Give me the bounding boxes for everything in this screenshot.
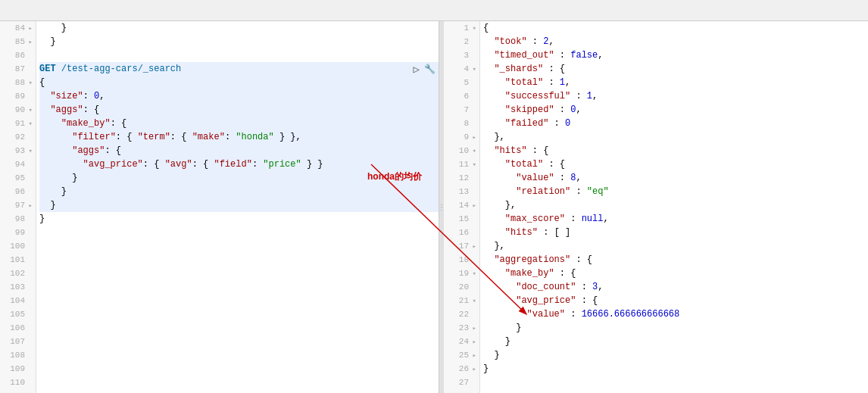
right-line-number-6: 6 [444,89,479,103]
left-line-numbers: 84▸85▸868788▾8990▾91▾9293▾94959697▸98991… [0,21,36,393]
right-line-number-9: 9▸ [444,130,479,144]
right-line-number-23: 23▸ [444,321,479,335]
right-code-line-5: "total" : 1, [483,76,868,89]
left-code-line-105 [39,307,439,321]
right-code-line-2: "took" : 2, [483,35,868,48]
right-code-line-20: "doc_count" : 3, [483,280,868,294]
left-code-line-100 [39,239,439,253]
right-line-number-16: 16 [444,226,479,239]
right-line-number-8: 8 [444,117,479,130]
left-line-number-95: 95 [0,171,36,185]
right-code-line-21: "avg_price" : { [483,294,868,307]
right-line-number-5: 5 [444,76,479,89]
left-line-number-110: 110 [0,376,36,389]
right-line-number-27: 27 [444,376,479,389]
right-code-area[interactable]: 1▾234▾56789▸10▾11▾121314▸151617▸1819▾202… [444,21,868,393]
left-line-number-88: 88▾ [0,76,36,89]
left-code-line-95: } [39,171,439,185]
wrench-button[interactable]: 🔧 [424,64,436,75]
right-code-line-9: }, [483,130,868,144]
right-line-number-14: 14▸ [444,198,479,212]
right-code-line-14: }, [483,198,868,212]
left-code-line-103 [39,280,439,294]
right-line-number-4: 4▾ [444,62,479,76]
left-line-number-94: 94 [0,158,36,171]
right-line-number-15: 15 [444,212,479,226]
right-code-line-23: } [483,321,868,335]
left-line-number-86: 86 [0,48,36,62]
left-code-line-90: "aggs": { [39,103,439,117]
left-line-number-90: 90▾ [0,103,36,117]
right-code-line-18: "aggregations" : { [483,253,868,267]
left-code-line-99 [39,226,439,239]
get-request-line: GET /test-agg-cars/_search ▷ 🔧 [39,62,439,76]
left-line-number-104: 104 [0,294,36,307]
left-line-number-109: 109 [0,362,36,376]
left-code-line-94: "avg_price": { "avg": { "field": "price"… [39,158,439,171]
run-button[interactable]: ▷ [414,63,420,76]
left-code-area[interactable]: 84▸85▸868788▾8990▾91▾9293▾94959697▸98991… [0,21,439,393]
right-code-line-10: "hits" : { [483,144,868,158]
left-line-number-106: 106 [0,321,36,335]
left-code-line-104 [39,294,439,307]
left-code-line-88: { [39,76,439,89]
right-code-line-4: "_shards" : { [483,62,868,76]
left-code-lines: } }GET /test-agg-cars/_search ▷ 🔧 { "siz… [36,21,439,393]
left-code-line-101 [39,253,439,267]
right-line-number-20: 20 [444,280,479,294]
right-code-line-24: } [483,335,868,348]
right-code-line-25: } [483,348,868,362]
right-line-number-2: 2 [444,35,479,48]
menu-settings[interactable] [18,8,33,14]
left-code-line-97: } [39,198,439,212]
left-code-line-86 [39,48,439,62]
right-code-line-22: "value" : 16666.666666666668 [483,307,868,321]
left-line-number-99: 99 [0,226,36,239]
menubar [0,0,868,21]
right-line-number-24: 24▸ [444,335,479,348]
right-code-line-11: "total" : { [483,158,868,171]
left-line-number-91: 91▾ [0,117,36,130]
right-line-number-12: 12 [444,171,479,185]
left-line-number-103: 103 [0,280,36,294]
left-line-number-93: 93▾ [0,144,36,158]
left-line-number-87: 87 [0,62,36,76]
right-line-number-21: 21▾ [444,294,479,307]
left-line-number-84: 84▸ [0,21,36,35]
right-code-line-3: "timed_out" : false, [483,48,868,62]
right-code-line-7: "skipped" : 0, [483,103,868,117]
left-line-number-101: 101 [0,253,36,267]
left-panel: 84▸85▸868788▾8990▾91▾9293▾94959697▸98991… [0,21,439,393]
app-container: 84▸85▸868788▾8990▾91▾9293▾94959697▸98991… [0,0,868,393]
left-code-line-96: } [39,185,439,198]
left-code-line-91: "make_by": { [39,117,439,130]
right-line-numbers: 1▾234▾56789▸10▾11▾121314▸151617▸1819▾202… [444,21,480,393]
right-code-line-13: "relation" : "eq" [483,185,868,198]
left-line-number-102: 102 [0,267,36,280]
left-code-line-85: } [39,35,439,48]
right-code-line-15: "max_score" : null, [483,212,868,226]
left-line-number-107: 107 [0,335,36,348]
right-code-line-8: "failed" : 0 [483,117,868,130]
right-line-number-10: 10▾ [444,144,479,158]
left-code-line-89: "size": 0, [39,89,439,103]
right-line-number-13: 13 [444,185,479,198]
right-line-number-7: 7 [444,103,479,117]
left-line-number-89: 89 [0,89,36,103]
right-code-line-26: } [483,362,868,376]
right-line-number-26: 26▸ [444,362,479,376]
right-line-number-19: 19▾ [444,267,479,280]
left-code-line-84: } [39,21,439,35]
menu-help[interactable] [33,8,48,14]
right-code-line-19: "make_by" : { [483,267,868,280]
left-line-number-98: 98 [0,212,36,226]
left-line-number-105: 105 [0,307,36,321]
menu-history[interactable] [3,8,18,14]
left-line-number-108: 108 [0,348,36,362]
right-code-line-1: { [483,21,868,35]
right-code-lines: { "took" : 2, "timed_out" : false, "_sha… [480,21,868,393]
right-line-number-18: 18 [444,253,479,267]
right-line-number-17: 17▸ [444,239,479,253]
right-line-number-3: 3 [444,48,479,62]
right-line-number-25: 25▸ [444,348,479,362]
